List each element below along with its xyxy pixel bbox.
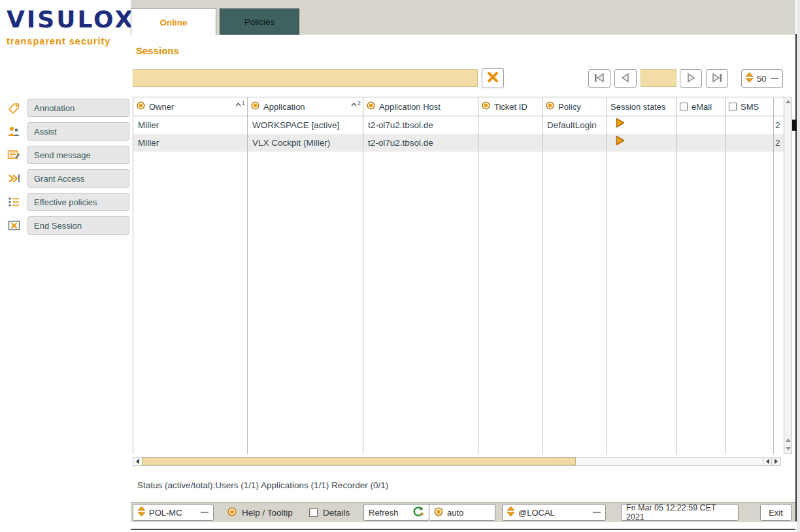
filter-input[interactable] [133, 69, 478, 87]
status-line: Status (active/total):Users (1/1) Applic… [137, 480, 388, 490]
logo-subtitle: transparent security [7, 36, 131, 46]
radio-icon [546, 101, 554, 112]
scroll-down-icon[interactable] [786, 447, 791, 450]
cell-sms[interactable] [725, 116, 773, 134]
prev-page-button[interactable] [614, 69, 637, 88]
column-header-ticket-id[interactable]: Ticket ID [478, 97, 542, 116]
sidebar-item-grant-access[interactable]: Grant Access [27, 169, 129, 188]
cell-owner[interactable]: Miller [133, 116, 247, 134]
details-toggle[interactable]: Details [309, 504, 350, 521]
first-page-button[interactable] [588, 69, 610, 88]
next-page-button[interactable] [680, 69, 702, 88]
sidebar-item-end-session[interactable]: End Session [27, 216, 129, 235]
tab-label: Online [159, 18, 187, 27]
sidebar-item-assist[interactable]: Assist [27, 122, 129, 141]
sidebar-row-assist: Assist [7, 122, 129, 141]
cell-owner[interactable]: Miller [133, 134, 247, 152]
cell-email[interactable] [676, 134, 725, 152]
horizontal-scrollbar[interactable] [133, 457, 781, 466]
clear-filter-button[interactable] [482, 68, 504, 88]
refresh-label: Refresh [369, 508, 399, 518]
column-header-email[interactable]: eMail [676, 97, 725, 116]
tag-icon [7, 101, 21, 115]
cell-sms[interactable] [725, 134, 773, 152]
exit-button[interactable]: Exit [760, 504, 792, 521]
column-label: Owner [149, 102, 174, 112]
column-header-owner[interactable]: Owner 1 [133, 97, 247, 116]
column-header-application-host[interactable]: Application Host [363, 97, 478, 116]
column-application-host: Application Host t2-ol7u2.tbsol.de t2-ol… [363, 97, 478, 454]
cell-policy[interactable] [542, 134, 607, 152]
scrollbar-thumb[interactable] [142, 457, 576, 465]
cell-host[interactable]: t2-ol7u2.tbsol.de [363, 116, 478, 134]
radio-icon [434, 507, 443, 518]
column-header-application[interactable]: Application 2 [248, 97, 363, 116]
cell-application[interactable]: VLX Cockpit (Miller) [248, 134, 363, 152]
window-edge-fill [797, 0, 800, 532]
location-scope-selector[interactable]: @LOCAL [502, 504, 606, 521]
updown-diamond-icon [507, 507, 514, 518]
checkbox-icon [680, 103, 688, 110]
column-header-policy[interactable]: Policy [542, 97, 607, 116]
column-label: eMail [692, 102, 712, 112]
help-tooltip-toggle[interactable]: Help / Tooltip [227, 504, 293, 521]
help-tooltip-label: Help / Tooltip [242, 508, 293, 518]
scroll-up-icon[interactable] [786, 439, 791, 442]
sidebar-item-effective-policies[interactable]: Effective policies [27, 193, 129, 211]
scroll-left-button[interactable] [133, 457, 142, 465]
scroll-right-button[interactable] [771, 457, 780, 465]
updown-diamond-icon [138, 507, 145, 518]
page-number-input[interactable] [641, 69, 676, 87]
datetime-display: Fri Mar 05 12:22:59 CET 2021 [621, 504, 739, 521]
footer-bar: POL-MC Help / Tooltip Details Refresh au… [131, 502, 795, 522]
column-session-states: Session states [607, 97, 676, 454]
column-label: SMS [741, 102, 759, 112]
radio-icon [227, 507, 237, 518]
play-icon[interactable] [616, 116, 625, 134]
tab-strip: Online Policies [131, 0, 795, 35]
last-page-button[interactable] [706, 69, 728, 88]
cell-host[interactable]: t2-ol7u2.tbsol.de [363, 134, 478, 152]
cell-ticket[interactable] [478, 134, 542, 152]
vertical-scrollbar[interactable] [784, 97, 792, 454]
logo-title: VISULOX [7, 8, 131, 31]
location-scope-value: @LOCAL [518, 508, 555, 518]
sort-indicator: 2 [351, 101, 361, 107]
sessions-table: Owner 1 Miller Miller Application 2 WORK… [133, 97, 784, 454]
column-ticket-id: Ticket ID [478, 97, 542, 454]
policy-scope-selector[interactable]: POL-MC [133, 504, 214, 521]
column-header-session-states[interactable]: Session states [607, 97, 676, 116]
page-size-selector[interactable]: 50 [741, 69, 783, 88]
message-icon [7, 148, 21, 162]
auto-refresh-toggle[interactable]: auto [429, 504, 495, 521]
window-bottom-edge [131, 529, 795, 530]
grip-handle [201, 512, 208, 513]
scroll-left-icon [136, 459, 139, 464]
sidebar-item-send-message[interactable]: Send message [27, 146, 129, 164]
play-icon[interactable] [616, 134, 625, 152]
policies-icon [7, 195, 21, 209]
column-header-sms[interactable]: SMS [725, 97, 773, 116]
scroll-left-icon [766, 459, 769, 464]
cell-clipped[interactable]: 2 [774, 134, 784, 152]
column-label: Application Host [379, 102, 441, 112]
sidebar-item-label: Send message [34, 150, 91, 160]
cell-policy[interactable]: DefaultLogin [542, 116, 607, 134]
cell-ticket[interactable] [478, 116, 542, 134]
tab-online[interactable]: Online [131, 8, 216, 35]
cell-email[interactable] [676, 116, 725, 134]
column-sms: SMS [725, 97, 774, 454]
cell-clipped[interactable]: 2 [774, 116, 784, 134]
end-session-icon [7, 218, 21, 233]
scroll-up-icon[interactable] [786, 100, 791, 103]
scroll-left-button[interactable] [763, 457, 772, 465]
column-label: Application [263, 102, 305, 112]
refresh-button[interactable]: Refresh [363, 504, 429, 521]
radio-icon [137, 101, 145, 112]
refresh-icon [412, 506, 424, 520]
sidebar-row-effective-policies: Effective policies [7, 193, 129, 211]
cell-session-state [607, 116, 676, 134]
cell-application[interactable]: WORKSPACE [active] [248, 116, 363, 134]
sidebar-item-annotation[interactable]: Annotation [27, 99, 129, 117]
tab-policies[interactable]: Policies [220, 8, 299, 35]
